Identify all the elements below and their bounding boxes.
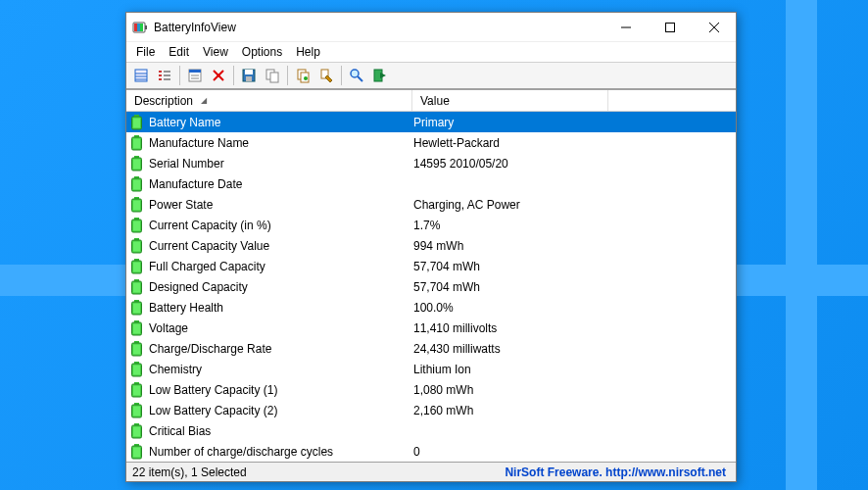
table-row[interactable]: Serial Number14595 2010/05/20 [126,153,736,173]
row-value: Charging, AC Power [413,198,736,212]
row-description: Low Battery Capacity (2) [149,404,413,417]
row-value: 0 [413,445,736,459]
minimize-icon [621,23,631,32]
table-row[interactable]: Battery Health100.0% [126,297,736,318]
tool-list-view-button[interactable] [154,65,175,86]
tool-properties-button[interactable] [184,65,206,86]
exit-icon [372,68,388,83]
table-row[interactable]: Voltage11,410 millivolts [126,318,736,338]
row-value: Lithium Ion [413,363,736,376]
table-row[interactable]: ChemistryLithium Ion [126,359,736,379]
tool-options-button[interactable] [315,65,337,86]
table-row[interactable]: Charge/Discharge Rate24,430 milliwatts [126,338,736,359]
svg-rect-51 [133,200,140,210]
table-row[interactable]: Battery NamePrimary [126,112,736,132]
svg-rect-6 [665,23,674,31]
svg-rect-60 [133,262,140,271]
table-row[interactable]: Current Capacity Value994 mWh [126,235,736,256]
table-row[interactable]: Low Battery Capacity (1)1,080 mWh [126,379,736,400]
svg-rect-66 [133,303,140,313]
tool-find-button[interactable] [346,65,367,86]
table-row[interactable]: Power StateCharging, AC Power [126,194,736,215]
row-value: 1,080 mWh [413,383,736,397]
toolbar-separator [287,66,288,85]
table-row[interactable]: Manufacture Date [126,173,736,194]
svg-rect-54 [133,220,140,230]
close-icon [709,23,719,32]
column-header-value[interactable]: Value [412,90,608,111]
list-view-icon [157,68,172,83]
tool-refresh-button[interactable] [292,65,313,86]
battery-icon [130,444,143,460]
column-header-description[interactable]: Description ◢ [126,90,412,111]
row-description: Critical Bias [149,424,413,438]
row-value: Hewlett-Packard [413,136,736,150]
toolbar-separator [341,66,342,85]
tool-details-view-button[interactable] [130,65,152,86]
battery-icon [130,382,143,398]
row-description: Current Capacity (in %) [149,219,413,232]
tool-copy-button[interactable] [262,65,283,86]
svg-rect-78 [133,385,140,395]
svg-rect-3 [137,24,140,31]
column-headers: Description ◢ Value [126,90,736,112]
svg-line-35 [358,76,362,81]
toolbar-separator [179,66,180,85]
table-row[interactable]: Manufacture NameHewlett-Packard [126,132,736,153]
titlebar[interactable]: BatteryInfoView [126,13,736,42]
row-value: 994 mWh [413,239,736,253]
copy-icon [265,68,280,83]
table-row[interactable]: Number of charge/discharge cycles0 [126,441,736,462]
minimize-button[interactable] [603,13,648,41]
row-description: Battery Name [149,116,413,129]
svg-rect-48 [133,179,140,189]
row-description: Charge/Discharge Rate [149,342,413,356]
row-description: Full Charged Capacity [149,260,413,273]
menu-file[interactable]: File [130,43,161,61]
row-description: Chemistry [149,363,413,376]
svg-rect-87 [133,447,140,457]
list-body[interactable]: Battery NamePrimaryManufacture NameHewle… [126,112,736,462]
battery-icon [130,403,143,418]
refresh-icon [295,68,311,83]
menu-view[interactable]: View [197,43,234,61]
status-item-count: 22 item(s), 1 Selected [126,466,495,479]
svg-rect-72 [133,344,140,354]
table-row[interactable]: Low Battery Capacity (2)2,160 mWh [126,400,736,420]
battery-icon [130,279,143,295]
svg-rect-2 [134,24,137,31]
svg-rect-57 [133,241,140,251]
table-row[interactable]: Critical Bias [126,420,736,441]
svg-rect-81 [133,406,140,416]
battery-icon [130,156,143,172]
maximize-button[interactable] [648,13,692,41]
svg-rect-75 [133,365,140,374]
svg-rect-4 [140,24,143,31]
svg-point-32 [304,76,308,80]
tool-delete-button[interactable] [208,65,229,86]
tool-save-button[interactable] [238,65,260,86]
battery-icon [130,115,143,130]
svg-rect-14 [159,74,162,76]
table-row[interactable]: Full Charged Capacity57,704 mWh [126,256,736,276]
svg-rect-69 [133,323,140,333]
menu-options[interactable]: Options [236,43,288,61]
tool-exit-button[interactable] [369,65,391,86]
row-value: Primary [413,116,736,129]
battery-icon [130,176,143,192]
menu-edit[interactable]: Edit [163,43,195,61]
row-description: Manufacture Name [149,136,413,150]
table-row[interactable]: Designed Capacity57,704 mWh [126,276,736,297]
svg-rect-29 [270,73,278,82]
row-value: 2,160 mWh [413,404,736,417]
statusbar: 22 item(s), 1 Selected NirSoft Freeware.… [126,462,736,481]
row-value: 11,410 millivolts [413,321,736,335]
menu-help[interactable]: Help [290,43,326,61]
svg-rect-26 [245,70,253,74]
battery-icon [130,300,143,316]
menubar: File Edit View Options Help [126,42,736,62]
delete-icon [211,68,226,83]
row-value: 24,430 milliwatts [413,342,736,356]
close-button[interactable] [692,13,736,41]
table-row[interactable]: Current Capacity (in %)1.7% [126,215,736,235]
